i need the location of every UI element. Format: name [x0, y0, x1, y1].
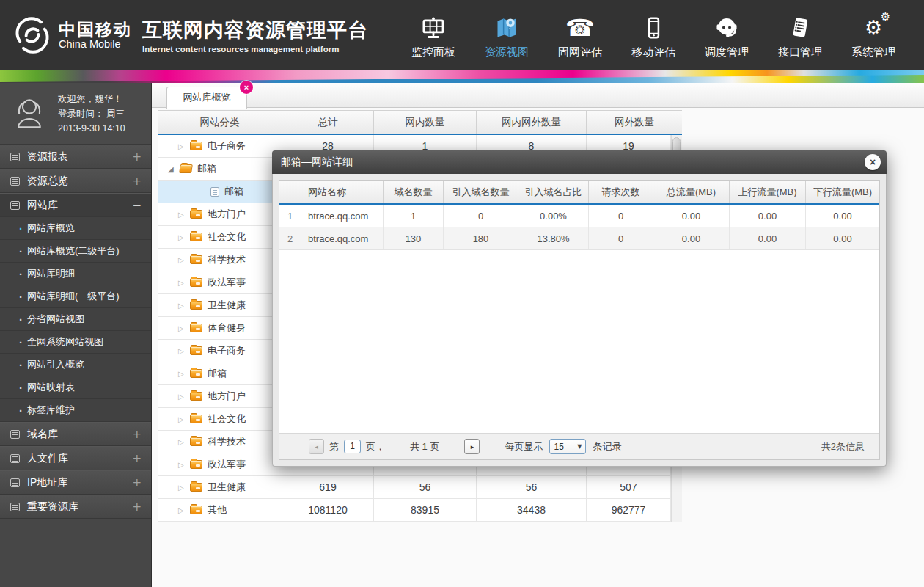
- sidebar-sub-label: 网站库概览(二级平台): [27, 244, 120, 258]
- per-page-select[interactable]: 15 ▼: [549, 439, 586, 454]
- sidebar-item-resource-overview[interactable]: 资源总览 +: [0, 169, 151, 193]
- mobile-icon: [629, 12, 678, 44]
- tree-collapsed-icon[interactable]: ▷: [178, 370, 190, 378]
- sidebar-item-province-view[interactable]: ·分省网站视图: [0, 308, 151, 331]
- tree-cell: 邮箱: [158, 181, 282, 203]
- expand-plus-icon: +: [132, 175, 142, 188]
- tree-collapsed-icon[interactable]: ▷: [178, 415, 190, 423]
- modal-value-cell: 0.00: [730, 227, 806, 249]
- tree-collapsed-icon[interactable]: ▷: [178, 484, 190, 492]
- tree-collapsed-icon[interactable]: ▷: [178, 461, 190, 469]
- sidebar-group-label: 域名库: [27, 428, 132, 441]
- tree-cell: ▷地方门户: [158, 203, 282, 225]
- expand-plus-icon: +: [132, 428, 142, 441]
- modal-table-body: 1btrace.qq.com100.00%00.000.000.002btrac…: [279, 205, 879, 250]
- next-page-button[interactable]: ▸: [464, 439, 480, 454]
- gears-icon: ⚙⚙: [849, 12, 898, 44]
- sidebar-item-important-resource-library[interactable]: 重要资源库 +: [0, 495, 151, 519]
- tree-collapsed-icon[interactable]: ▷: [178, 324, 190, 332]
- prev-page-button[interactable]: ◂: [309, 439, 324, 454]
- sidebar-item-whole-network-view[interactable]: ·全网系统网站视图: [0, 331, 151, 354]
- top-nav: 监控面板 资源视图 ☎ 固网评估: [409, 12, 898, 59]
- value-cell: 962777: [587, 499, 671, 521]
- nav-item-system[interactable]: ⚙⚙ 系统管理: [849, 12, 898, 59]
- sidebar-sub-label: 网站映射表: [27, 381, 75, 394]
- modal-table-row[interactable]: 1btrace.qq.com100.00%00.000.000.00: [279, 205, 879, 227]
- tree-collapsed-icon[interactable]: ▷: [178, 142, 190, 150]
- user-info: 欢迎您，魏华！ 登录时间： 周三 2013-9-30 14:10: [0, 83, 151, 145]
- folder-icon: [190, 369, 202, 378]
- modal-value-cell: 130: [384, 227, 444, 249]
- nav-item-dispatch[interactable]: 调度管理: [703, 12, 751, 59]
- sidebar-item-resource-report[interactable]: 资源报表 +: [0, 145, 151, 169]
- tree-collapsed-icon[interactable]: ▷: [178, 256, 190, 264]
- sidebar-item-website-detail-l2[interactable]: ·网站库明细(二级平台): [0, 285, 151, 308]
- document-icon: [210, 187, 219, 197]
- modal-value-cell: 1: [384, 205, 444, 227]
- doc-icon: [10, 503, 20, 511]
- modal-value-cell: 0.00: [653, 205, 730, 227]
- sidebar-item-website-mapping[interactable]: ·网站映射表: [0, 376, 151, 399]
- tab-close-icon[interactable]: ×: [240, 81, 253, 94]
- tree-collapsed-icon[interactable]: ▷: [178, 211, 190, 219]
- tree-cell: ▷地方门户: [158, 385, 282, 407]
- modal-table-row[interactable]: 2btrace.qq.com13018013.80%00.000.000.00: [279, 227, 879, 250]
- tree-collapsed-icon[interactable]: ▷: [178, 302, 190, 310]
- folder-icon: [190, 506, 202, 514]
- tree-cell: ▷社会文化: [158, 226, 282, 248]
- nav-item-mobile-eval[interactable]: 移动评估: [629, 12, 678, 59]
- sidebar-sub-label: 全网系统网站视图: [27, 335, 103, 349]
- nav-item-fixed-network[interactable]: ☎ 固网评估: [556, 12, 604, 59]
- tree-collapsed-icon[interactable]: ▷: [178, 279, 190, 287]
- sidebar-item-website-overview-l2[interactable]: ·网站库概览(二级平台): [0, 240, 151, 263]
- dialog-title-bar[interactable]: 邮箱—网站详细 ×: [272, 150, 887, 174]
- value-cell: 83915: [374, 499, 477, 521]
- modal-table-header: 网站名称 域名数量 引入域名数量 引入域名占比 请求次数 总流量(MB) 上行流…: [279, 181, 879, 205]
- login-time-value: 2013-9-30 14:10: [58, 121, 125, 136]
- modal-value-cell: 0.00: [806, 227, 879, 249]
- nav-item-resource-view[interactable]: 资源视图: [483, 12, 531, 59]
- tree-collapsed-icon[interactable]: ▷: [178, 393, 190, 401]
- sidebar-item-domain-library[interactable]: 域名库 +: [0, 422, 151, 446]
- column-header-category: 网站分类: [158, 111, 282, 134]
- sidebar-group-label: 大文件库: [27, 452, 132, 465]
- nav-item-interface[interactable]: 接口管理: [776, 12, 824, 59]
- category-label: 卫生健康: [208, 481, 246, 494]
- modal-value-cell: 0: [589, 227, 653, 249]
- column-header-outnet: 网外数量: [587, 111, 682, 134]
- table-row[interactable]: ▷其他10811208391534438962777: [158, 499, 671, 522]
- login-time-label: 登录时间： 周三: [58, 106, 125, 121]
- page-input[interactable]: 1: [344, 440, 361, 453]
- tree-collapsed-icon[interactable]: ▷: [178, 438, 190, 446]
- sidebar-item-tag-maintenance[interactable]: ·标签库维护: [0, 399, 151, 422]
- sidebar-item-website-detail[interactable]: ·网站库明细: [0, 263, 151, 285]
- sidebar-item-website-import-overview[interactable]: ·网站引入概览: [0, 354, 151, 376]
- nav-label: 接口管理: [776, 45, 824, 59]
- document-icon: [776, 12, 824, 44]
- tree-collapsed-icon[interactable]: ▷: [178, 506, 190, 514]
- sidebar-group-label: 网站库: [27, 199, 132, 212]
- close-icon[interactable]: ×: [865, 154, 881, 170]
- sidebar-item-bigfile-library[interactable]: 大文件库 +: [0, 446, 151, 470]
- nav-item-monitor[interactable]: 监控面板: [409, 12, 458, 59]
- sidebar-item-website-overview[interactable]: ·网站库概览: [0, 217, 151, 240]
- pagination-bar: ◂ 第 1 页， 共 1 页 ▸ 每页显示 15: [279, 433, 879, 459]
- expand-plus-icon: +: [132, 500, 142, 514]
- sidebar-item-website-library[interactable]: 网站库 −: [0, 193, 151, 217]
- table-row[interactable]: ▷卫生健康6195656507: [158, 476, 671, 499]
- tree-collapsed-icon[interactable]: ▷: [178, 347, 190, 355]
- phone-icon: ☎: [556, 12, 604, 44]
- total-records-info: 共2条信息: [821, 440, 869, 453]
- value-cell: 619: [282, 476, 374, 498]
- sidebar-item-ip-library[interactable]: IP地址库 +: [0, 470, 151, 495]
- category-label: 社会文化: [208, 412, 246, 426]
- tree-cell: ▷社会文化: [158, 408, 282, 430]
- column-header-in-out-net: 网内网外数量: [477, 111, 587, 134]
- tree-expanded-icon[interactable]: ◢: [168, 165, 180, 173]
- tree-collapsed-icon[interactable]: ▷: [178, 233, 190, 241]
- folder-icon: [190, 483, 202, 492]
- tree-cell: ▷邮箱: [158, 362, 282, 384]
- brand-name-en: China Mobile: [59, 39, 132, 50]
- tab-label: 网站库概览: [183, 92, 231, 103]
- tab-website-overview[interactable]: 网站库概览 ×: [166, 87, 247, 109]
